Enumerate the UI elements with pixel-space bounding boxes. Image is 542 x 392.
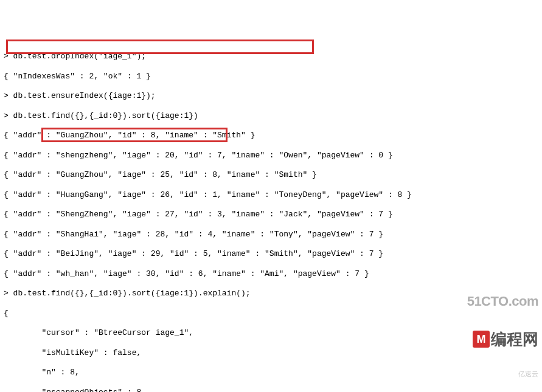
output-line: { "addr" : "ShengZheng", "iage" : 27, "i… [4,210,538,219]
output-line: { [4,309,538,318]
output-line: > db.test.ensureIndex({iage:1}); [4,91,538,101]
output-line: > db.test.dropIndex("iage_1"); [4,52,538,61]
terminal-output[interactable]: > db.test.dropIndex("iage_1"); { "nIndex… [4,42,538,392]
output-line: { "addr" : "wh_han", "iage" : 30, "id" :… [4,269,538,279]
output-line: { "addr" : "shengzheng", "iage" : 20, "i… [4,151,538,160]
output-line: > db.test.find({},{_id:0}).sort({iage:1}… [4,289,538,298]
output-line: { "addr" : "ShangHai", "iage" : 28, "id"… [4,230,538,239]
output-line: { "addr" : "GuangZhou", "iage" : 25, "id… [4,170,538,180]
output-line: "nscannedObjects" : 8, [4,388,538,392]
output-line: { "nIndexesWas" : 2, "ok" : 1 } [4,72,538,81]
output-line: "isMultiKey" : false, [4,348,538,358]
output-line: > db.test.find({},{_id:0}).sort({iage:1}… [4,111,538,121]
output-line: "n" : 8, [4,368,538,377]
output-line: { "addr" : "BeiJing", "iage" : 29, "id" … [4,249,538,259]
output-line: { "addr" : "HuangGang", "iage" : 26, "id… [4,190,538,200]
output-line: { "addr" : "GuangZhou", "id" : 8, "iname… [4,131,538,140]
output-line: "cursor" : "BtreeCursor iage_1", [4,328,538,338]
